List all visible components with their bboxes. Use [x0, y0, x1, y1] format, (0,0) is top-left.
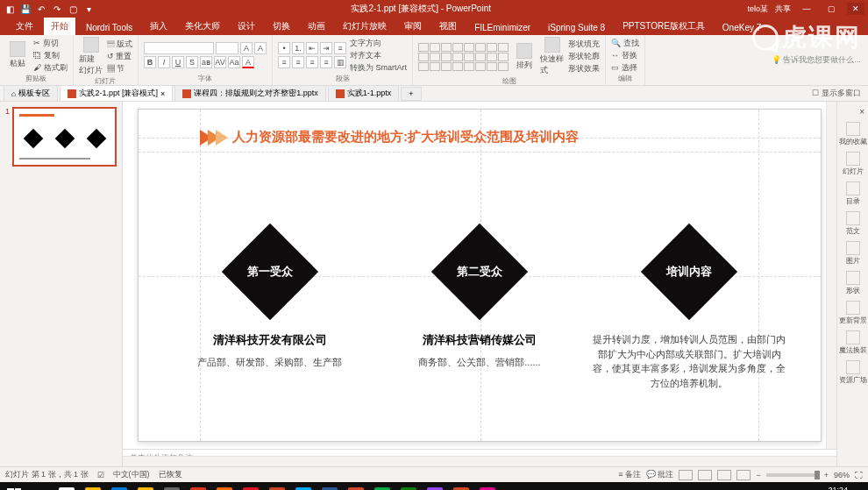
taskbar-app-11[interactable] [344, 484, 368, 490]
shadow-button[interactable]: aʙ [200, 56, 212, 68]
user-name[interactable]: telo某 [747, 4, 768, 15]
taskbar-app-7[interactable] [238, 484, 263, 490]
taskbar-app-13[interactable] [396, 484, 421, 490]
tab-Nordri Tools[interactable]: Nordri Tools [79, 20, 139, 35]
slide-canvas[interactable]: 人力资源部最需要改进的地方:扩大培训受众范围及培训内容 第一受众清洋科技开发有限… [138, 109, 822, 442]
horizontal-scrollbar[interactable] [123, 456, 836, 466]
tab-幻灯片放映[interactable]: 幻灯片放映 [336, 18, 394, 35]
close-button[interactable]: ✕ [847, 3, 864, 15]
shapes-gallery[interactable] [418, 43, 509, 71]
taskbar-app-2[interactable] [107, 484, 132, 490]
tab-FILEminimizer[interactable]: FILEminimizer [467, 20, 537, 35]
qat-more[interactable]: ▾ [82, 3, 95, 15]
italic-button[interactable]: I [158, 56, 170, 68]
doc-tab[interactable]: ⌂模板专区 [4, 85, 58, 102]
tab-插入[interactable]: 插入 [143, 18, 174, 35]
tab-PPTSTORE版权工具[interactable]: PPTSTORE版权工具 [615, 18, 712, 35]
qat-redo[interactable]: ↷ [51, 3, 63, 15]
taskbar-app-15[interactable] [449, 484, 473, 490]
taskbar-app-14[interactable] [423, 484, 447, 490]
tab-视图[interactable]: 视图 [432, 18, 464, 35]
notes-toggle[interactable]: ≡ 备注 [618, 469, 641, 480]
qat-save[interactable]: 💾 [19, 3, 32, 15]
new-doc-tab[interactable]: + [401, 87, 421, 101]
side-item-更新背景[interactable]: 更新背景 [839, 301, 867, 325]
shape-effects-button[interactable]: 形状效果 [568, 63, 600, 75]
side-item-幻灯片[interactable]: 幻灯片 [843, 152, 864, 176]
cut-button[interactable]: ✂ 剪切 [33, 38, 68, 49]
tab-iSpring Suite 8[interactable]: iSpring Suite 8 [541, 20, 612, 35]
normal-view-button[interactable] [679, 470, 693, 480]
minimize-button[interactable]: — [798, 3, 815, 15]
numbering-button[interactable]: 1. [292, 42, 304, 54]
side-item-图片[interactable]: 图片 [846, 241, 860, 266]
case-button[interactable]: Aa [228, 56, 240, 68]
side-item-形状[interactable]: 形状 [846, 271, 860, 295]
text-direction-button[interactable]: 文字方向 [350, 38, 407, 49]
zoom-out-button[interactable]: − [756, 471, 760, 479]
shape-outline-button[interactable]: 形状轮廓 [568, 51, 600, 62]
spacing-button[interactable]: AV [214, 56, 226, 68]
reading-view-button[interactable] [717, 470, 731, 480]
side-item-魔法换装[interactable]: 魔法换装 [839, 330, 867, 355]
font-color-button[interactable]: A [242, 56, 254, 68]
system-tray[interactable]: ^🔊中21:242017/10/8💬 [776, 486, 866, 490]
grow-font-button[interactable]: A [240, 42, 253, 54]
underline-button[interactable]: U [172, 56, 184, 68]
side-item-资源广场[interactable]: 资源广场 [839, 360, 867, 385]
tab-文件[interactable]: 文件 [9, 18, 40, 35]
taskbar-app-4[interactable] [160, 484, 184, 490]
format-painter-button[interactable]: 🖌 格式刷 [33, 62, 68, 74]
taskbar-app-6[interactable] [212, 484, 237, 490]
smartart-button[interactable]: 转换为 SmartArt [350, 62, 407, 74]
indent-dec-button[interactable]: ⇤ [306, 42, 318, 54]
bold-button[interactable]: B [144, 56, 156, 68]
arrange-button[interactable]: 排列 [512, 43, 537, 71]
taskbar-app-0[interactable] [54, 484, 79, 490]
comments-toggle[interactable]: 💬 批注 [646, 469, 674, 480]
tab-切换[interactable]: 切换 [266, 18, 297, 35]
taskbar-app-16[interactable] [475, 484, 500, 490]
shrink-font-button[interactable]: A [254, 42, 267, 54]
tab-设计[interactable]: 设计 [231, 18, 262, 35]
language-indicator[interactable]: 中文(中国) [113, 469, 150, 480]
side-item-目录[interactable]: 目录 [846, 181, 860, 206]
clock[interactable]: 21:242017/10/8 [813, 486, 848, 490]
zoom-level[interactable]: 96% [834, 471, 850, 479]
fit-window-button[interactable]: ⛶ [855, 471, 863, 479]
shape-fill-button[interactable]: 形状填充 [568, 39, 600, 50]
doc-tab[interactable]: 实践1-1.pptx [328, 85, 400, 102]
multi-window-toggle[interactable]: ☐ 显示多窗口 [812, 88, 861, 99]
taskbar-app-10[interactable] [317, 484, 342, 490]
align-left-button[interactable]: ≡ [278, 56, 290, 68]
taskbar-app-12[interactable] [370, 484, 395, 490]
justify-button[interactable]: ≡ [320, 56, 332, 68]
paste-button[interactable]: 粘贴 [5, 41, 30, 69]
copy-button[interactable]: ⿻ 复制 [33, 50, 68, 61]
taskbar-app-1[interactable] [81, 484, 105, 490]
reset-button[interactable]: ↺ 重置 [107, 51, 133, 62]
tab-美化大师[interactable]: 美化大师 [178, 18, 227, 35]
side-item-我的收藏[interactable]: 我的收藏 [839, 122, 867, 146]
font-size-select[interactable] [216, 42, 238, 54]
font-family-select[interactable] [144, 42, 214, 54]
align-text-button[interactable]: 对齐文本 [350, 50, 407, 61]
taskbar-app-9[interactable] [291, 484, 316, 490]
section-button[interactable]: ▦ 节 [107, 63, 133, 75]
indent-inc-button[interactable]: ⇥ [320, 42, 332, 54]
doc-tab[interactable]: 实践2-1.ppt [兼容模式] × [60, 85, 173, 102]
tab-动画[interactable]: 动画 [301, 18, 332, 35]
qat-slideshow[interactable]: ▢ [67, 3, 79, 15]
share-button[interactable]: 共享 [775, 4, 791, 15]
tell-me-input[interactable]: 💡 告诉我您想要做什么... [772, 54, 861, 66]
quick-styles-button[interactable]: 快速样式 [540, 37, 565, 76]
qat-undo[interactable]: ↶ [35, 3, 47, 15]
spell-check-icon[interactable]: ☑ [97, 471, 104, 479]
taskbar-app-3[interactable] [133, 484, 158, 490]
bullets-button[interactable]: • [278, 42, 290, 54]
zoom-in-button[interactable]: + [824, 471, 829, 479]
side-panel-close[interactable]: × [859, 107, 864, 117]
zoom-slider[interactable] [766, 473, 819, 477]
taskbar-app-8[interactable] [265, 484, 289, 490]
start-button[interactable] [2, 484, 26, 490]
